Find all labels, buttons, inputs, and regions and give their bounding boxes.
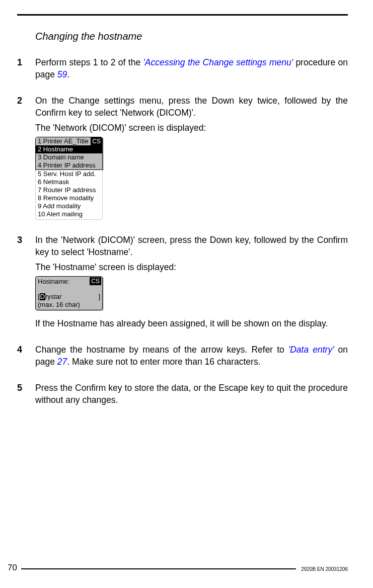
lcd-hostname-value: [Drystar ] xyxy=(38,293,100,301)
lcd-row-7: 7 Router IP address xyxy=(36,186,102,194)
lcd-row-9: 9 Add modality xyxy=(36,202,102,210)
cs-badge: CS xyxy=(91,137,102,145)
lcd-row-1: 1 Printer AE_Title CS xyxy=(36,137,102,145)
lcd-hostname-hint: (max. 16 char) xyxy=(38,301,100,309)
lcd-item: 1 Printer AE_Title xyxy=(38,137,89,145)
link-accessing-change-settings[interactable]: 'Accessing the Change settings menu' xyxy=(143,57,293,67)
page-ref-27[interactable]: 27 xyxy=(57,357,67,367)
lcd-row-5: 5 Serv. Host IP add. xyxy=(36,170,102,178)
lcd-row-3: 3 Domain name xyxy=(36,153,102,161)
lcd-row-2-selected: 2 Hostname xyxy=(36,145,102,153)
text: Change the hostname by means of the arro… xyxy=(35,345,288,355)
text: . Make sure not to enter more than 16 ch… xyxy=(67,357,260,367)
lcd-hostname-screen: CS Hostname: [Drystar ] (max. 16 char) xyxy=(35,276,348,310)
step-2-text-2: The 'Network (DICOM)' screen is displaye… xyxy=(35,122,348,134)
lcd-value-rest: rystar xyxy=(45,293,62,300)
step-4-text: Change the hostname by means of the arro… xyxy=(35,344,348,368)
link-data-entry[interactable]: 'Data entry' xyxy=(288,345,334,355)
step-1: 1 Perform steps 1 to 2 of the 'Accessing… xyxy=(17,56,348,83)
section-title: Changing the hostname xyxy=(35,31,348,42)
page-footer: 70 2920B EN 20031206 xyxy=(0,563,373,573)
step-5-text: Press the Confirm key to store the data,… xyxy=(35,382,348,406)
text: Perform steps 1 to 2 of the xyxy=(35,57,143,67)
lcd-row-10: 10 Alert mailing xyxy=(36,210,102,218)
step-number: 2 xyxy=(17,95,35,220)
lcd-row-4: 4 Printer IP address xyxy=(36,161,102,170)
lcd-network-screen: 1 Printer AE_Title CS 2 Hostname 3 Domai… xyxy=(35,137,348,220)
step-number: 1 xyxy=(17,56,35,83)
bracket-close: ] xyxy=(98,293,100,301)
text: . xyxy=(67,69,69,79)
step-number: 5 xyxy=(17,382,35,409)
step-3-text-3: If the Hostname has already been assigne… xyxy=(35,317,348,329)
page-number: 70 xyxy=(8,563,17,573)
lcd-cursor: D xyxy=(40,293,45,300)
step-3: 3 In the 'Network (DICOM)' screen, press… xyxy=(17,234,348,332)
step-2: 2 On the Change settings menu, press the… xyxy=(17,95,348,220)
step-number: 4 xyxy=(17,344,35,371)
step-4: 4 Change the hostname by means of the ar… xyxy=(17,344,348,371)
lcd-row-6: 6 Netmask xyxy=(36,178,102,186)
footer-rule-line xyxy=(21,568,296,569)
step-number: 3 xyxy=(17,234,35,332)
step-5: 5 Press the Confirm key to store the dat… xyxy=(17,382,348,409)
step-2-text-1: On the Change settings menu, press the D… xyxy=(35,95,348,119)
step-3-text-1: In the 'Network (DICOM)' screen, press t… xyxy=(35,234,348,258)
step-3-text-2: The 'Hostname' screen is displayed: xyxy=(35,261,348,273)
lcd-row-8: 8 Remove modality xyxy=(36,194,102,202)
document-code: 2920B EN 20031206 xyxy=(301,566,348,572)
cs-badge: CS xyxy=(90,277,101,285)
step-1-text: Perform steps 1 to 2 of the 'Accessing t… xyxy=(35,56,348,80)
top-rule xyxy=(17,14,348,16)
page-ref-59[interactable]: 59 xyxy=(57,69,67,79)
